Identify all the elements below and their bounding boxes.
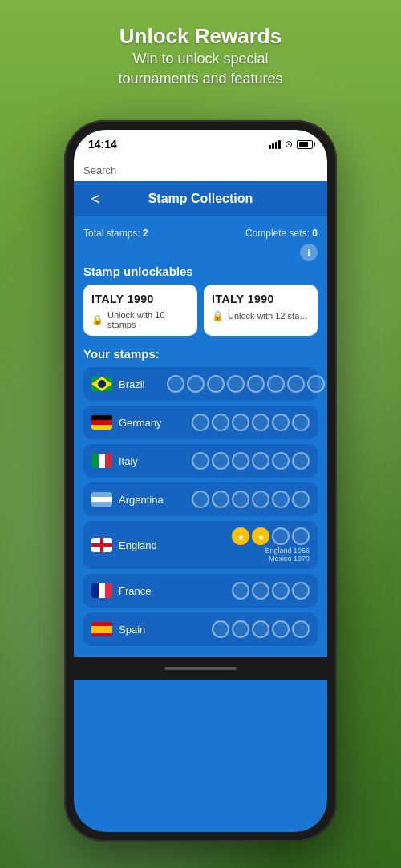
nav-title: Stamp Collection bbox=[148, 192, 253, 206]
flag-argentina bbox=[91, 492, 112, 507]
country-france: France bbox=[119, 585, 232, 597]
promo-title: Unlock Rewards bbox=[0, 24, 401, 49]
unlockables-section-title: Stamp unlockables bbox=[83, 264, 318, 278]
screen-content: Total stamps: 2 Complete sets: 0 i Stamp… bbox=[74, 216, 327, 657]
stamp-row-brazil: Brazil bbox=[83, 367, 318, 401]
promo-subtitle: Win to unlock specialtournaments and fea… bbox=[0, 49, 401, 89]
search-placeholder: Search bbox=[83, 164, 116, 176]
flag-brazil bbox=[91, 377, 112, 391]
england-stamps: ★ ★ England 1966Mexico 1970 bbox=[232, 527, 310, 563]
country-brazil: Brazil bbox=[119, 378, 167, 390]
lock-icon-0: 🔒 bbox=[91, 314, 103, 325]
stats-row: Total stamps: 2 Complete sets: 0 bbox=[83, 223, 318, 244]
your-stamps-title: Your stamps: bbox=[83, 347, 318, 361]
unlock-card-text-0: Unlock with 10 stamps bbox=[107, 310, 189, 329]
back-button[interactable]: < bbox=[83, 187, 107, 211]
phone-frame: 14:14 ⊙ Search bbox=[64, 120, 337, 842]
phone-screen: 14:14 ⊙ Search bbox=[74, 130, 327, 832]
stamp-row-italy: Italy bbox=[83, 444, 318, 478]
search-bar: Search bbox=[74, 159, 327, 181]
italy-stars bbox=[192, 452, 310, 470]
stamp-row-england: England ★ ★ England 1966Mexico 1970 bbox=[83, 521, 318, 569]
phone-mockup: 14:14 ⊙ Search bbox=[64, 120, 337, 842]
unlockables-row: ITALY 1990 🔒 Unlock with 10 stamps ITALY… bbox=[83, 285, 318, 336]
unlock-card-1[interactable]: ITALY 1990 🔒 Unlock with 12 sta… bbox=[204, 285, 318, 336]
country-spain: Spain bbox=[119, 624, 212, 636]
stamp-row-france: France bbox=[83, 574, 318, 608]
top-nav: < Stamp Collection bbox=[74, 181, 327, 216]
stamp-row-argentina: Argentina bbox=[83, 482, 318, 516]
status-icons: ⊙ bbox=[269, 139, 313, 150]
stamp-row-germany: Germany bbox=[83, 406, 318, 439]
flag-england bbox=[91, 538, 112, 552]
home-indicator bbox=[164, 667, 237, 670]
unlock-card-title-0: ITALY 1990 bbox=[91, 293, 189, 305]
wifi-icon: ⊙ bbox=[285, 139, 293, 150]
stamp-row-spain: Spain bbox=[83, 612, 318, 646]
signal-icon bbox=[269, 140, 281, 149]
unlock-card-text-1: Unlock with 12 sta… bbox=[228, 311, 308, 321]
unlock-card-title-1: ITALY 1990 bbox=[212, 293, 310, 305]
status-bar: 14:14 ⊙ bbox=[74, 130, 327, 159]
battery-icon bbox=[297, 140, 313, 149]
complete-sets-label: Complete sets: 0 bbox=[245, 228, 318, 239]
argentina-stars bbox=[192, 491, 310, 508]
unlock-card-sub-0: 🔒 Unlock with 10 stamps bbox=[91, 310, 189, 329]
flag-spain bbox=[91, 622, 112, 636]
england-labels: England 1966Mexico 1970 bbox=[265, 547, 310, 563]
france-stars bbox=[232, 582, 310, 600]
status-time: 14:14 bbox=[88, 138, 117, 151]
unlock-card-sub-1: 🔒 Unlock with 12 sta… bbox=[212, 310, 310, 321]
flag-italy bbox=[91, 454, 112, 468]
brazil-stars bbox=[167, 375, 325, 393]
germany-stars bbox=[192, 414, 310, 431]
spain-stars bbox=[212, 620, 310, 638]
unlock-card-0[interactable]: ITALY 1990 🔒 Unlock with 10 stamps bbox=[83, 285, 197, 336]
country-england: England bbox=[119, 539, 232, 551]
flag-france bbox=[91, 583, 112, 598]
lock-icon-1: 🔒 bbox=[212, 310, 224, 321]
info-button-container: i bbox=[83, 244, 318, 261]
promo-header: Unlock Rewards Win to unlock specialtour… bbox=[0, 24, 401, 89]
home-bar bbox=[74, 657, 327, 680]
country-germany: Germany bbox=[119, 417, 192, 429]
total-stamps-label: Total stamps: 2 bbox=[83, 228, 148, 239]
info-button[interactable]: i bbox=[300, 244, 318, 261]
england-stars-row: ★ ★ bbox=[232, 527, 310, 545]
country-italy: Italy bbox=[119, 455, 192, 467]
flag-germany bbox=[91, 415, 112, 430]
country-argentina: Argentina bbox=[119, 494, 192, 506]
